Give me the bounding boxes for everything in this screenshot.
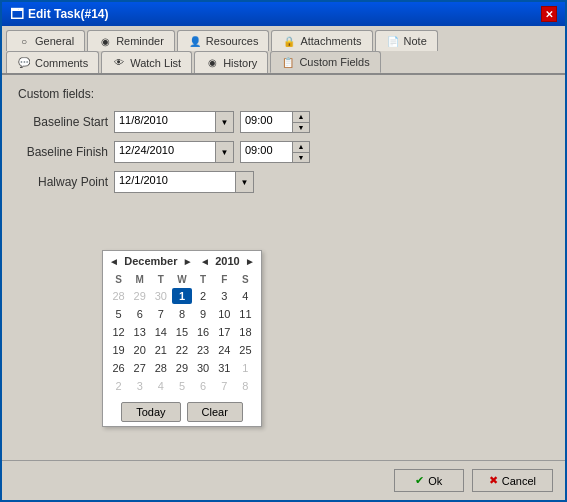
calendar-clear-button[interactable]: Clear — [187, 402, 243, 422]
calendar-day[interactable]: 29 — [130, 288, 149, 304]
tab-history-label: History — [223, 57, 257, 69]
calendar-day[interactable]: 17 — [215, 324, 234, 340]
calendar-day[interactable]: 29 — [172, 360, 191, 376]
calendar-day[interactable]: 15 — [172, 324, 191, 340]
tab-history[interactable]: ◉ History — [194, 51, 268, 73]
cal-header-fri: F — [215, 273, 234, 286]
cal-header-tue: T — [151, 273, 170, 286]
bottom-bar: ✔ Ok ✖ Cancel — [2, 460, 565, 500]
calendar-day[interactable]: 31 — [215, 360, 234, 376]
calendar-day[interactable]: 23 — [194, 342, 213, 358]
calendar-buttons: Today Clear — [107, 402, 257, 422]
calendar-day[interactable]: 30 — [194, 360, 213, 376]
cancel-label: Cancel — [502, 475, 536, 487]
cancel-button[interactable]: ✖ Cancel — [472, 469, 553, 492]
calendar-day[interactable]: 4 — [236, 288, 255, 304]
baseline-finish-date-combo[interactable]: 12/24/2010 ▼ — [114, 141, 234, 163]
calendar-day[interactable]: 4 — [151, 378, 170, 394]
baseline-start-time-down[interactable]: ▼ — [293, 123, 309, 133]
calendar-day[interactable]: 1 — [172, 288, 191, 304]
tab-watchlist[interactable]: 👁 Watch List — [101, 51, 192, 73]
calendar-day[interactable]: 16 — [194, 324, 213, 340]
tab-customfields-label: Custom Fields — [299, 56, 369, 68]
calendar-day[interactable]: 28 — [109, 288, 128, 304]
calendar-day[interactable]: 7 — [151, 306, 170, 322]
calendar-day[interactable]: 3 — [215, 288, 234, 304]
content-area: Custom fields: Baseline Start 11/8/2010 … — [2, 75, 565, 460]
calendar-year: 2010 — [215, 255, 239, 267]
baseline-finish-time-combo[interactable]: 09:00 ▲ ▼ — [240, 141, 310, 163]
baseline-start-row: Baseline Start 11/8/2010 ▼ 09:00 ▲ ▼ — [18, 111, 549, 133]
baseline-start-time-combo[interactable]: 09:00 ▲ ▼ — [240, 111, 310, 133]
reminder-icon: ◉ — [98, 34, 112, 48]
calendar-day[interactable]: 22 — [172, 342, 191, 358]
halfway-point-date-value: 12/1/2010 — [115, 172, 235, 192]
baseline-finish-date-arrow[interactable]: ▼ — [215, 142, 233, 162]
cal-header-sat: S — [236, 273, 255, 286]
ok-button[interactable]: ✔ Ok — [394, 469, 464, 492]
calendar-day[interactable]: 25 — [236, 342, 255, 358]
ok-label: Ok — [428, 475, 442, 487]
tab-reminder-label: Reminder — [116, 35, 164, 47]
calendar-day[interactable]: 2 — [194, 288, 213, 304]
calendar-month: December — [124, 255, 177, 267]
calendar-day[interactable]: 11 — [236, 306, 255, 322]
calendar-day[interactable]: 14 — [151, 324, 170, 340]
halfway-point-date-combo[interactable]: 12/1/2010 ▼ — [114, 171, 254, 193]
tab-customfields[interactable]: 📋 Custom Fields — [270, 51, 380, 73]
cancel-x-icon: ✖ — [489, 474, 498, 487]
calendar-day[interactable]: 5 — [109, 306, 128, 322]
halfway-point-date-arrow[interactable]: ▼ — [235, 172, 253, 192]
calendar-prev-year[interactable]: ◄ — [198, 256, 212, 267]
calendar-day[interactable]: 13 — [130, 324, 149, 340]
main-window: 🗔 Edit Task(#14) ✕ ○ General ◉ Reminder … — [0, 0, 567, 502]
calendar-day[interactable]: 20 — [130, 342, 149, 358]
calendar-day[interactable]: 19 — [109, 342, 128, 358]
baseline-finish-time-value: 09:00 — [241, 142, 292, 162]
calendar-day[interactable]: 8 — [236, 378, 255, 394]
cal-header-sun: S — [109, 273, 128, 286]
baseline-start-date-value: 11/8/2010 — [115, 112, 215, 132]
tabs-row1: ○ General ◉ Reminder 👤 Resources 🔒 Attac… — [2, 26, 565, 51]
tabs-row2: 💬 Comments 👁 Watch List ◉ History 📋 Cust… — [2, 51, 565, 75]
calendar-day[interactable]: 2 — [109, 378, 128, 394]
tab-reminder[interactable]: ◉ Reminder — [87, 30, 175, 51]
calendar-next-month[interactable]: ► — [181, 256, 195, 267]
close-button[interactable]: ✕ — [541, 6, 557, 22]
calendar-day[interactable]: 10 — [215, 306, 234, 322]
window-title: Edit Task(#14) — [28, 7, 108, 21]
calendar-day[interactable]: 1 — [236, 360, 255, 376]
baseline-start-date-combo[interactable]: 11/8/2010 ▼ — [114, 111, 234, 133]
tab-resources[interactable]: 👤 Resources — [177, 30, 270, 51]
tab-attachments[interactable]: 🔒 Attachments — [271, 30, 372, 51]
calendar-day[interactable]: 24 — [215, 342, 234, 358]
calendar-today-button[interactable]: Today — [121, 402, 180, 422]
baseline-start-time-value: 09:00 — [241, 112, 292, 132]
calendar-day[interactable]: 7 — [215, 378, 234, 394]
calendar-day[interactable]: 3 — [130, 378, 149, 394]
baseline-finish-time-down[interactable]: ▼ — [293, 153, 309, 163]
tab-comments[interactable]: 💬 Comments — [6, 51, 99, 73]
calendar-day[interactable]: 12 — [109, 324, 128, 340]
calendar-day[interactable]: 8 — [172, 306, 191, 322]
calendar-day[interactable]: 30 — [151, 288, 170, 304]
baseline-start-time-up[interactable]: ▲ — [293, 112, 309, 123]
calendar-next-year[interactable]: ► — [243, 256, 257, 267]
calendar-day[interactable]: 6 — [130, 306, 149, 322]
tab-note[interactable]: 📄 Note — [375, 30, 438, 51]
calendar-prev-month[interactable]: ◄ — [107, 256, 121, 267]
calendar-day[interactable]: 27 — [130, 360, 149, 376]
calendar-day[interactable]: 28 — [151, 360, 170, 376]
tab-attachments-label: Attachments — [300, 35, 361, 47]
baseline-finish-time-up[interactable]: ▲ — [293, 142, 309, 153]
calendar-day[interactable]: 21 — [151, 342, 170, 358]
calendar-day[interactable]: 26 — [109, 360, 128, 376]
tab-general[interactable]: ○ General — [6, 30, 85, 51]
baseline-start-date-arrow[interactable]: ▼ — [215, 112, 233, 132]
calendar-day[interactable]: 6 — [194, 378, 213, 394]
note-icon: 📄 — [386, 34, 400, 48]
calendar-day[interactable]: 18 — [236, 324, 255, 340]
calendar-day[interactable]: 5 — [172, 378, 191, 394]
cal-header-thu: T — [194, 273, 213, 286]
calendar-day[interactable]: 9 — [194, 306, 213, 322]
